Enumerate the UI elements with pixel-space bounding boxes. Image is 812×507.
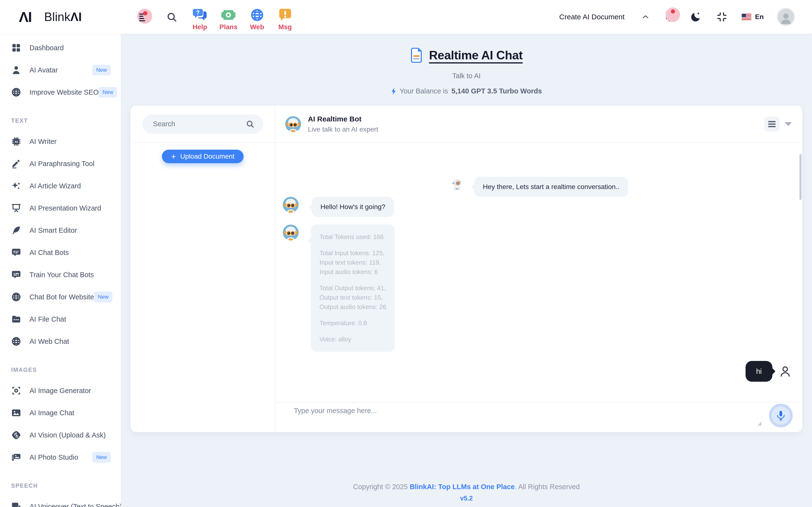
sidebar-item-label: AI Voiceover (Text to Speech) <box>30 503 121 507</box>
help-link[interactable]: ? Help <box>191 8 208 31</box>
sidebar-item-ai-writer[interactable]: AIAI Writer <box>0 130 121 153</box>
msg-link[interactable]: Msg <box>277 8 294 31</box>
sidebar-item-label: Dashboard <box>30 44 64 52</box>
sidebar-item-ai-smart-editor[interactable]: AI Smart Editor <box>0 219 121 241</box>
topbar-quick-links: ? Help Plans Web Msg <box>135 3 294 31</box>
token-stats-line: Temperature: 0.8 <box>319 319 386 328</box>
sidebar-item-ai-avatar[interactable]: AI AvatarNew <box>0 59 121 81</box>
logo-mark: ΛI <box>19 9 32 25</box>
topbar: ΛI BlinkΛI ? Help Plans Web <box>0 0 812 34</box>
chat-lines-icon <box>11 270 21 280</box>
svg-text:AI: AI <box>14 140 18 144</box>
documents-search-area <box>131 106 275 143</box>
sidebar-item-ai-presentation-wizard[interactable]: AI Presentation Wizard <box>0 197 121 219</box>
bot-message: Hello! How's it going? <box>283 197 394 217</box>
chat-card: + Upload Document AI Realtime Bot Live t… <box>131 106 802 432</box>
balance-value: 5,140 GPT 3.5 Turbo Words <box>451 87 542 95</box>
hamburger-icon <box>768 120 776 128</box>
sidebar-item-label: AI Writer <box>30 137 57 146</box>
feather-icon <box>11 225 21 235</box>
message-input[interactable] <box>293 406 741 429</box>
msg-label: Msg <box>278 23 292 31</box>
user-message: hi <box>746 361 792 382</box>
dark-mode-toggle[interactable] <box>690 11 701 22</box>
globe-icon <box>11 87 21 97</box>
bot-avatar <box>283 197 299 213</box>
bot-tagline: Live talk to an AI expert <box>308 125 378 133</box>
sidebar-item-ai-image-chat[interactable]: AI Image Chat <box>0 402 121 424</box>
voice-record-button[interactable] <box>769 404 793 427</box>
chat-dots-icon <box>11 247 21 258</box>
sidebar-item-ai-photo-studio[interactable]: AI Photo StudioNew <box>0 446 121 468</box>
assistant-robot-avatar <box>451 178 463 190</box>
notifications-button[interactable] <box>664 11 675 22</box>
sidebar-item-label: AI Photo Studio <box>30 453 78 461</box>
menu-toggle-button[interactable] <box>135 12 152 23</box>
sidebar-item-train-your-chat-bots[interactable]: Train Your Chat Bots <box>0 264 121 286</box>
user-person-icon <box>779 365 792 378</box>
svg-text:?: ? <box>196 9 200 16</box>
sidebar-item-label: AI File Chat <box>30 315 66 323</box>
sidebar-item-improve-website-seo[interactable]: Improve Website SEONew <box>0 81 121 103</box>
camera-viewfinder-icon <box>11 386 21 396</box>
token-stats-line: Total Tokens used: 166 <box>319 232 386 242</box>
chat-panel: AI Realtime Bot Live talk to an AI exper… <box>275 106 802 432</box>
sidebar-item-label: Chat Bot for Website <box>30 293 94 301</box>
sidebar-item-ai-paraphrasing-tool[interactable]: AI Paraphrasing Tool <box>0 153 121 175</box>
plans-link[interactable]: Plans <box>219 8 238 31</box>
language-selector[interactable]: En <box>742 13 764 21</box>
upload-document-button[interactable]: + Upload Document <box>162 150 244 163</box>
chat-header-controls <box>764 116 792 132</box>
app-root: ΛI BlinkΛI ? Help Plans Web <box>0 0 812 507</box>
web-globe-icon <box>250 8 264 22</box>
person-icon <box>11 65 21 75</box>
logo-name: BlinkΛI <box>44 10 82 24</box>
sidebar-item-ai-voiceover-text-to-speech[interactable]: AI Voiceover (Text to Speech) <box>0 495 121 507</box>
bot-avatar <box>283 225 299 240</box>
chat-menu-button[interactable] <box>764 116 779 132</box>
bot-message-bubble: Hey there, Lets start a realtime convers… <box>474 177 628 197</box>
sidebar-item-ai-image-generator[interactable]: AI Image Generator <box>0 380 121 402</box>
footer-brand-link[interactable]: BlinkAI: Top LLMs at One Place <box>410 483 515 491</box>
dashboard-icon <box>11 43 21 53</box>
sidebar-item-label: AI Smart Editor <box>30 226 77 234</box>
balance-prefix: Your Balance is <box>400 87 448 95</box>
document-icon <box>410 48 423 63</box>
globe-icon <box>11 336 21 346</box>
microphone-icon <box>775 410 786 421</box>
sidebar-nav: DashboardAI AvatarNewImprove Website SEO… <box>0 34 121 507</box>
document-search-input[interactable] <box>142 114 263 134</box>
folder-icon <box>11 314 21 324</box>
new-badge: New <box>99 87 117 98</box>
sidebar-item-ai-file-chat[interactable]: AI File Chat <box>0 308 121 330</box>
sidebar-item-chat-bot-for-website[interactable]: Chat Bot for WebsiteNew <box>0 286 121 308</box>
web-link[interactable]: Web <box>249 8 266 31</box>
user-avatar[interactable] <box>777 8 795 26</box>
brand-logo[interactable]: ΛI BlinkΛI <box>0 9 121 25</box>
sidebar-item-dashboard[interactable]: Dashboard <box>0 37 121 59</box>
sidebar-item-ai-web-chat[interactable]: AI Web Chat <box>0 330 121 352</box>
sidebar-item-ai-vision-upload-ask[interactable]: AI Vision (Upload & Ask) <box>0 424 121 446</box>
version-link[interactable]: v5.2 <box>121 495 812 502</box>
chevron-down-icon[interactable] <box>785 122 792 126</box>
balance-row: Your Balance is 5,140 GPT 3.5 Turbo Word… <box>121 87 812 95</box>
sidebar-item-label: Train Your Chat Bots <box>30 271 94 279</box>
sidebar-item-ai-chat-bots[interactable]: AI Chat Bots <box>0 241 121 264</box>
chat-scrollbar-thumb[interactable] <box>800 154 802 200</box>
globe-icon <box>11 292 21 302</box>
sidebar-item-label: Improve Website SEO <box>30 89 99 96</box>
bot-meta: AI Realtime Bot Live talk to an AI exper… <box>308 115 378 133</box>
page-head: Realtime AI Chat Talk to AI Your Balance… <box>121 48 812 95</box>
logo-name-light: Blink <box>44 10 70 24</box>
sidebar-item-ai-article-wizard[interactable]: AI Article Wizard <box>0 175 121 197</box>
copyright-suffix: . All Rights Reserved <box>515 483 580 491</box>
web-label: Web <box>250 23 264 31</box>
sidebar-section-speech: SPEECH <box>0 478 121 494</box>
fullscreen-compress-button[interactable] <box>716 11 727 22</box>
chevron-up-icon[interactable] <box>642 15 649 19</box>
logo-name-bold: ΛI <box>70 10 82 24</box>
resize-handle-icon[interactable] <box>756 420 762 426</box>
bolt-icon <box>391 88 396 95</box>
topbar-search-button[interactable] <box>163 12 180 23</box>
create-ai-document-button[interactable]: Create AI Document <box>559 13 624 21</box>
